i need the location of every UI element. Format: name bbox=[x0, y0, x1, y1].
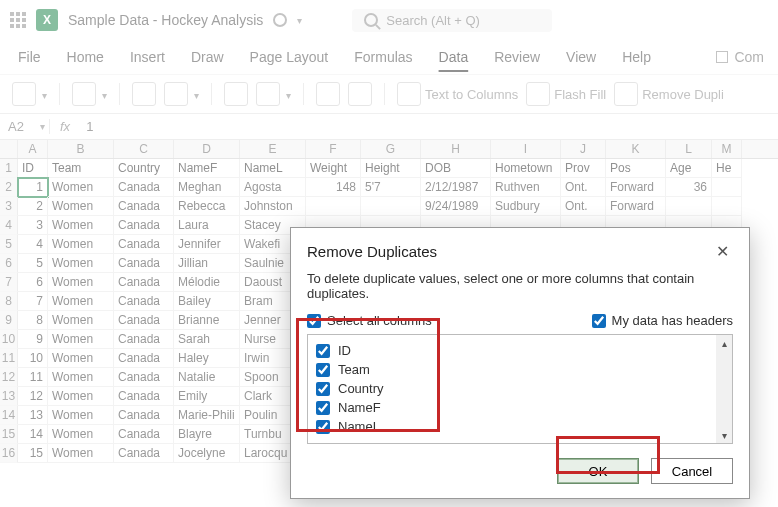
cell[interactable]: 11 bbox=[18, 368, 48, 387]
cell[interactable]: Sarah bbox=[174, 330, 240, 349]
currencies-button[interactable] bbox=[164, 82, 199, 106]
column-header[interactable]: M bbox=[712, 140, 742, 158]
refresh-button[interactable] bbox=[72, 82, 107, 106]
row-header[interactable]: 6 bbox=[0, 254, 18, 273]
cell[interactable] bbox=[712, 178, 742, 197]
cell[interactable]: 9 bbox=[18, 330, 48, 349]
cell[interactable]: Women bbox=[48, 197, 114, 216]
column-header[interactable]: B bbox=[48, 140, 114, 158]
cell[interactable]: Women bbox=[48, 444, 114, 463]
cell[interactable]: 148 bbox=[306, 178, 361, 197]
tab-formulas[interactable]: Formulas bbox=[350, 43, 416, 71]
row-header[interactable]: 13 bbox=[0, 387, 18, 406]
tab-file[interactable]: File bbox=[14, 43, 45, 71]
cell[interactable]: Canada bbox=[114, 425, 174, 444]
column-header[interactable]: F bbox=[306, 140, 361, 158]
column-header[interactable]: I bbox=[491, 140, 561, 158]
tab-insert[interactable]: Insert bbox=[126, 43, 169, 71]
column-header[interactable]: G bbox=[361, 140, 421, 158]
cell[interactable]: Natalie bbox=[174, 368, 240, 387]
column-checkbox[interactable] bbox=[316, 344, 330, 358]
name-box[interactable]: A2 bbox=[0, 119, 50, 134]
cell[interactable]: Mélodie bbox=[174, 273, 240, 292]
cell[interactable]: Marie-Phili bbox=[174, 406, 240, 425]
header-cell[interactable]: NameF bbox=[174, 159, 240, 178]
get-data-button[interactable] bbox=[12, 82, 47, 106]
row-header[interactable]: 11 bbox=[0, 349, 18, 368]
cell[interactable]: Laura bbox=[174, 216, 240, 235]
cell[interactable]: 2 bbox=[18, 197, 48, 216]
stocks-button[interactable] bbox=[132, 82, 156, 106]
cell[interactable]: 9/24/1989 bbox=[421, 197, 491, 216]
column-header[interactable]: K bbox=[606, 140, 666, 158]
cell[interactable]: Women bbox=[48, 387, 114, 406]
row-header[interactable]: 9 bbox=[0, 311, 18, 330]
row-header[interactable]: 3 bbox=[0, 197, 18, 216]
column-checkbox[interactable] bbox=[316, 363, 330, 377]
cell[interactable] bbox=[666, 197, 712, 216]
cell[interactable]: Women bbox=[48, 425, 114, 444]
cell[interactable]: Forward bbox=[606, 178, 666, 197]
cell[interactable]: Canada bbox=[114, 349, 174, 368]
row-header[interactable]: 16 bbox=[0, 444, 18, 463]
cell[interactable]: Women bbox=[48, 311, 114, 330]
cell[interactable]: Women bbox=[48, 254, 114, 273]
cell[interactable]: Women bbox=[48, 216, 114, 235]
row-header[interactable]: 15 bbox=[0, 425, 18, 444]
filter-button[interactable] bbox=[256, 82, 291, 106]
cell[interactable]: Women bbox=[48, 349, 114, 368]
row-header[interactable]: 7 bbox=[0, 273, 18, 292]
cell[interactable]: Canada bbox=[114, 235, 174, 254]
header-cell[interactable]: NameL bbox=[240, 159, 306, 178]
cell[interactable]: 15 bbox=[18, 444, 48, 463]
ok-button[interactable]: OK bbox=[557, 458, 639, 484]
select-all-columns-checkbox[interactable] bbox=[307, 314, 321, 328]
tab-data[interactable]: Data bbox=[435, 43, 473, 71]
column-item[interactable]: ID bbox=[316, 341, 724, 360]
column-header[interactable]: H bbox=[421, 140, 491, 158]
scroll-up-icon[interactable]: ▴ bbox=[716, 335, 732, 351]
cell[interactable]: Women bbox=[48, 368, 114, 387]
column-header[interactable]: A bbox=[18, 140, 48, 158]
cell[interactable]: 8 bbox=[18, 311, 48, 330]
cell[interactable]: 1 bbox=[18, 178, 48, 197]
column-item[interactable]: NameF bbox=[316, 398, 724, 417]
header-cell[interactable]: Hometown bbox=[491, 159, 561, 178]
header-cell[interactable]: Weight bbox=[306, 159, 361, 178]
search-input[interactable]: Search (Alt + Q) bbox=[352, 9, 552, 32]
cell[interactable]: 36 bbox=[666, 178, 712, 197]
row-header[interactable]: 4 bbox=[0, 216, 18, 235]
tab-draw[interactable]: Draw bbox=[187, 43, 228, 71]
column-header[interactable]: C bbox=[114, 140, 174, 158]
cell[interactable]: Women bbox=[48, 273, 114, 292]
cell[interactable]: Jennifer bbox=[174, 235, 240, 254]
cancel-button[interactable]: Cancel bbox=[651, 458, 733, 484]
cell[interactable]: Brianne bbox=[174, 311, 240, 330]
clear-button[interactable] bbox=[316, 82, 340, 106]
cell[interactable]: 6 bbox=[18, 273, 48, 292]
row-header[interactable]: 10 bbox=[0, 330, 18, 349]
cell[interactable]: Emily bbox=[174, 387, 240, 406]
cell[interactable]: Forward bbox=[606, 197, 666, 216]
cell[interactable]: Johnston bbox=[240, 197, 306, 216]
column-item[interactable]: Country bbox=[316, 379, 724, 398]
cell[interactable]: Canada bbox=[114, 254, 174, 273]
tab-review[interactable]: Review bbox=[490, 43, 544, 71]
cell[interactable]: Agosta bbox=[240, 178, 306, 197]
header-cell[interactable]: ID bbox=[18, 159, 48, 178]
row-header[interactable]: 5 bbox=[0, 235, 18, 254]
cell[interactable]: Women bbox=[48, 178, 114, 197]
columns-listbox[interactable]: IDTeamCountryNameFNameL ▴ ▾ bbox=[307, 334, 733, 444]
column-item[interactable]: NameL bbox=[316, 417, 724, 436]
tab-view[interactable]: View bbox=[562, 43, 600, 71]
row-header[interactable]: 14 bbox=[0, 406, 18, 425]
cell[interactable]: 5 bbox=[18, 254, 48, 273]
row-header[interactable]: 1 bbox=[0, 159, 18, 178]
column-item[interactable]: Team bbox=[316, 360, 724, 379]
cell[interactable]: 2/12/1987 bbox=[421, 178, 491, 197]
cell[interactable]: Canada bbox=[114, 311, 174, 330]
cell[interactable]: Meghan bbox=[174, 178, 240, 197]
dropdown-caret[interactable]: ▾ bbox=[297, 15, 302, 26]
tab-home[interactable]: Home bbox=[63, 43, 108, 71]
cell[interactable] bbox=[361, 197, 421, 216]
